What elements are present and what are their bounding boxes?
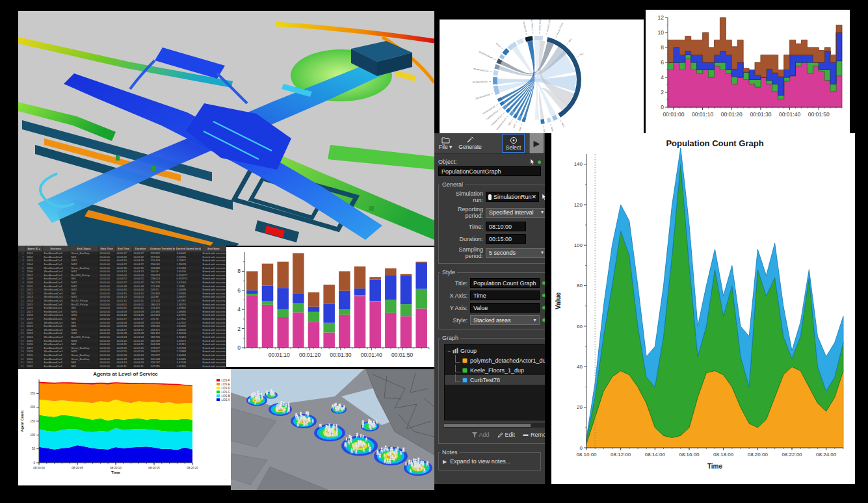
- pencil-icon: [497, 432, 503, 438]
- column-header[interactable]: Start Time: [98, 246, 115, 252]
- tree-item-label: Keele_Floors_1_dup: [470, 367, 524, 374]
- svg-text:12: 12: [658, 14, 664, 21]
- table-header-row[interactable]: Agent ID ▴EntranceEnd ObjectStart TimeEn…: [18, 246, 226, 252]
- pick-cursor-icon[interactable]: [530, 159, 535, 165]
- table-cell: 32: [18, 364, 25, 368]
- play-button[interactable]: ▶: [529, 133, 544, 153]
- svg-text:08:16:00: 08:16:00: [679, 452, 700, 458]
- column-header[interactable]: Distance Traveled (m): [149, 246, 175, 252]
- chart-style-select[interactable]: Stacked areas ▾: [470, 315, 540, 325]
- table-row[interactable]: 322032EastBoundCar5SE200:00:0000:05:1100…: [18, 364, 226, 368]
- graph-series-tree[interactable]: −Grouppolymsh_detachedActor1_dupKeele_Fl…: [444, 344, 545, 420]
- svg-text:NW1: NW1: [560, 122, 565, 127]
- tree-item-2[interactable]: CurbTest78: [445, 375, 545, 385]
- svg-text:140: 140: [574, 161, 583, 167]
- graph-group: Graph −Grouppolymsh_detachedActor1_dupKe…: [438, 335, 545, 444]
- style-field-label: Style:: [444, 317, 470, 324]
- population-count-graph-panel: Population Count Graph020406080100120140…: [551, 133, 855, 484]
- column-header[interactable]: End Object: [70, 246, 98, 252]
- table-cell: Exited with success: [201, 277, 226, 281]
- agents-3d-scene: [231, 369, 434, 490]
- svg-text:2: 2: [661, 89, 664, 96]
- svg-text:Time: Time: [111, 471, 121, 474]
- properties-toolbar: File ▾ Generate Select ▶: [434, 133, 545, 154]
- pick-cursor-icon[interactable]: [542, 194, 545, 200]
- svg-text:4: 4: [661, 74, 664, 81]
- xaxis-field[interactable]: Time: [470, 290, 540, 300]
- object-name-field[interactable]: PopulationCountGraph: [438, 166, 541, 176]
- svg-text:60: 60: [577, 324, 583, 329]
- svg-text:08:24:00: 08:24:00: [816, 452, 837, 458]
- sim-run-chip[interactable]: SimulationRun ✕: [486, 192, 539, 202]
- object-label: Object:: [438, 159, 457, 165]
- remove-series-button[interactable]: Remove: [523, 432, 545, 438]
- time-field[interactable]: 08:10:00: [486, 222, 526, 231]
- svg-text:08:20:10: 08:20:10: [110, 467, 122, 470]
- svg-text:08:10:00: 08:10:00: [576, 452, 597, 458]
- add-series-button[interactable]: Add: [472, 432, 490, 438]
- table-cell: 2032: [25, 364, 42, 368]
- sampling-period-select[interactable]: 5 seconds ▾: [486, 248, 545, 258]
- svg-text:Bus32_Pickup: Bus32_Pickup: [556, 22, 564, 35]
- table-cell: Exited with success: [201, 295, 226, 299]
- svg-text:0: 0: [237, 344, 241, 351]
- tree-root-label: Group: [460, 348, 477, 354]
- reporting-period-select[interactable]: Specified interval ▾: [486, 208, 545, 218]
- collapse-icon[interactable]: −: [447, 348, 453, 354]
- column-header[interactable]: Desired Speed (m/s): [175, 246, 201, 252]
- column-header[interactable]: End Time: [115, 246, 132, 252]
- svg-text:Keele_Floors_1: Keele_Floors_1: [530, 19, 534, 31]
- series-color-icon: [462, 358, 467, 363]
- svg-text:100: 100: [574, 242, 583, 248]
- folder-icon: [441, 136, 450, 144]
- edit-series-button[interactable]: Edit: [497, 432, 516, 438]
- column-header[interactable]: Agent ID ▴: [25, 246, 42, 252]
- count-area-chart: 02468101200:01:0000:01:1000:01:2000:01:3…: [646, 10, 850, 133]
- agent-results-table-panel[interactable]: Agent ID ▴EntranceEnd ObjectStart TimeEn…: [18, 246, 226, 369]
- properties-panel: File ▾ Generate Select ▶ Object: Populat…: [434, 133, 545, 484]
- svg-text:WestBoundCar5: WestBoundCar5: [479, 51, 493, 60]
- table-cell: Exited with success: [201, 266, 226, 270]
- table-cell: Exited with success: [201, 302, 226, 306]
- los-legend: LOS FLOS ELOS DLOS CLOS BLOS A: [217, 378, 230, 402]
- notes-expander[interactable]: ▶ Expand to view notes...: [440, 456, 539, 466]
- style-group: Style Title: Population Count Graph X Ax…: [438, 269, 545, 329]
- svg-text:Agent Count: Agent Count: [20, 410, 24, 432]
- series-color-icon: [462, 378, 467, 383]
- legend-swatch: [217, 394, 220, 397]
- svg-text:0: 0: [33, 461, 35, 465]
- select-tool-button[interactable]: Select: [502, 134, 525, 153]
- scrollbar-thumb[interactable]: [444, 424, 531, 427]
- chevron-down-icon: ▾: [541, 209, 544, 216]
- chart-style-value: Stacked areas: [473, 316, 511, 324]
- svg-text:150: 150: [30, 420, 35, 423]
- svg-text:50: 50: [32, 447, 36, 450]
- chart-title-field[interactable]: Population Count Graph: [470, 278, 540, 288]
- column-header[interactable]: Entrance: [42, 246, 70, 252]
- yaxis-field[interactable]: Value: [470, 303, 540, 313]
- time-label: Time:: [444, 224, 486, 230]
- svg-text:00:01:50: 00:01:50: [808, 111, 830, 118]
- chevron-down-icon: ▾: [449, 144, 452, 150]
- agents-3d-viewport[interactable]: [231, 369, 434, 490]
- duration-field[interactable]: 00:15:00: [486, 234, 526, 244]
- wand-icon: [466, 136, 475, 144]
- select-tool-label: Select: [506, 145, 521, 151]
- flow-map-3d-viewport[interactable]: [18, 11, 434, 246]
- los-chart-title: Agents at Level of Service: [18, 371, 233, 377]
- svg-text:00:01:40: 00:01:40: [779, 111, 800, 118]
- table-cell: Exited with success: [201, 354, 226, 357]
- table-cell: Exited with success: [201, 306, 226, 310]
- clear-icon[interactable]: ✕: [532, 194, 537, 200]
- generate-button[interactable]: Generate: [455, 133, 484, 153]
- svg-text:08:12:00: 08:12:00: [611, 452, 631, 458]
- file-button[interactable]: File ▾: [436, 133, 455, 153]
- column-header[interactable]: End State: [201, 246, 226, 252]
- tree-horizontal-scrollbar[interactable]: [444, 423, 545, 428]
- svg-text:Group: Group: [495, 42, 501, 48]
- svg-text:00:01:40: 00:01:40: [361, 352, 382, 358]
- column-header[interactable]: Duration: [132, 246, 149, 252]
- column-header[interactable]: [18, 246, 25, 252]
- table-cell: Exited with success: [201, 310, 226, 314]
- table-cell: Exited with success: [201, 288, 226, 292]
